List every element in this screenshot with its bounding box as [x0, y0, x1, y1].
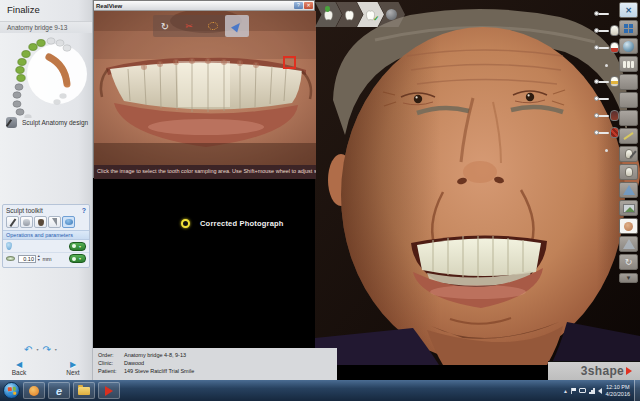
tooth-slider-row[interactable]: [596, 23, 618, 40]
model-photo-button[interactable]: [619, 200, 638, 216]
size-spinner[interactable]: 0.10 ▲▼ mm: [18, 255, 52, 263]
clinic-value: Dawood: [124, 359, 144, 367]
realview-close-button[interactable]: ✕: [304, 2, 313, 9]
mesh-view-button[interactable]: [619, 236, 638, 252]
taskbar-clock[interactable]: 12:10 PM 4/20/2016: [606, 384, 630, 398]
tooth-color-sampling-box[interactable]: [283, 56, 296, 69]
taskbar-dental-app-button[interactable]: [98, 382, 120, 399]
wax-drop-tool-button[interactable]: [34, 216, 47, 228]
sidebar-item-sculpt-anatomy-design[interactable]: Sculpt Anatomy design: [6, 117, 88, 128]
triangle-icon: [623, 239, 635, 249]
cut-tool-button[interactable]: ✂: [177, 15, 201, 37]
wax-drop-icon: [6, 242, 12, 250]
app-screen: Corrected Photograph RealView ? ✕: [0, 0, 640, 401]
display-icon[interactable]: [579, 388, 586, 393]
back-label: Back: [2, 369, 36, 376]
tray-expand-icon[interactable]: ▲: [563, 388, 568, 394]
chevron-down-icon: ▾: [79, 244, 81, 249]
spinner-arrows[interactable]: ▲▼: [37, 255, 40, 262]
toolkit-title: Sculpt toolkit: [6, 207, 82, 214]
next-button[interactable]: ▶ Next: [56, 360, 90, 376]
show-desktop-button[interactable]: [634, 380, 640, 401]
rotate-icon: ↻: [625, 257, 633, 267]
order-value: Anatomy bridge 4-8, 9-13: [124, 351, 186, 359]
tooth-slider-row[interactable]: [596, 40, 618, 57]
tooth-slider-row[interactable]: [596, 74, 618, 91]
rotate-view-button[interactable]: ↻: [619, 254, 638, 270]
rotate-tool-button[interactable]: ↻: [153, 15, 177, 37]
tooth-slider-row[interactable]: [596, 91, 618, 108]
toolbar-slot-button[interactable]: [619, 110, 638, 126]
logo-text: 3shape: [581, 364, 624, 378]
split-view-button[interactable]: [619, 20, 638, 36]
smooth-tool-button[interactable]: [62, 216, 75, 228]
export-sphere-icon: [386, 9, 397, 20]
size-unit-label: mm: [42, 256, 51, 262]
collapse-toolbar-button[interactable]: ▼: [619, 273, 638, 283]
volume-icon[interactable]: [598, 388, 602, 394]
tooth-warning-icon: [610, 42, 619, 53]
tooth-slider-row[interactable]: [596, 125, 618, 142]
globe-view-button[interactable]: [619, 38, 638, 54]
grid-dots-icon: [624, 24, 633, 33]
carve-tool-button[interactable]: [48, 216, 61, 228]
parameter-row: ▾: [3, 240, 89, 252]
taskbar-explorer-button[interactable]: [73, 382, 95, 399]
back-arrow-icon: ◀: [2, 360, 36, 369]
parameter-row: 0.10 ▲▼ mm ▾: [3, 252, 89, 264]
undo-redo-bar: ↶ ▾ ↷ ▾: [24, 344, 57, 355]
order-info-row: Order: Anatomy bridge 4-8, 9-13: [98, 351, 337, 359]
size-value-field[interactable]: 0.10: [18, 255, 36, 263]
undo-button[interactable]: ↶: [24, 344, 32, 355]
toolkit-help-link[interactable]: ?: [82, 207, 86, 214]
patient-photo-button[interactable]: [619, 218, 638, 234]
anatomy-tooth-icon: [343, 8, 356, 21]
approved-tooth-icon: ✓: [364, 8, 377, 21]
folder-icon: [78, 387, 90, 395]
redo-dropdown[interactable]: ▾: [55, 347, 57, 352]
prism-view-button[interactable]: [619, 182, 638, 198]
dental-app-icon: [105, 386, 113, 396]
exit-view-button[interactable]: ✕: [619, 2, 638, 18]
wax-add-tool-button[interactable]: [20, 216, 33, 228]
photo-option-row[interactable]: Corrected Photograph: [181, 217, 284, 229]
photo-option-label: Corrected Photograph: [200, 219, 284, 228]
smooth-disc-icon: [6, 256, 15, 261]
tooth-view-button[interactable]: [619, 164, 638, 180]
back-button[interactable]: ◀ Back: [2, 360, 36, 376]
apply-toggle-button[interactable]: ▾: [69, 254, 86, 263]
toolbar-slot-button[interactable]: [619, 92, 638, 108]
realview-help-button[interactable]: ?: [294, 2, 303, 9]
realview-title: RealView: [94, 3, 294, 9]
tooth-slider-row: [596, 142, 618, 159]
scalpel-tool-button[interactable]: [6, 216, 19, 228]
tooth-slider-row[interactable]: [596, 6, 618, 23]
start-button[interactable]: [3, 382, 20, 399]
realview-titlebar[interactable]: RealView ? ✕: [94, 1, 314, 11]
teeth-overview-button[interactable]: [619, 56, 638, 72]
patient-value: 149 Steve Ratcliff Trial Smile: [124, 367, 194, 375]
undo-dropdown[interactable]: ▾: [36, 347, 38, 352]
wax-tooth-icon: [23, 219, 30, 226]
face-icon: [624, 222, 633, 231]
measure-button[interactable]: [619, 128, 638, 144]
action-center-icon[interactable]: [571, 388, 576, 394]
toolbar-slot-button[interactable]: [619, 74, 638, 90]
dental-arch-diagram[interactable]: [7, 34, 87, 118]
sidebar-item-label: Sculpt Anatomy design: [22, 119, 88, 126]
sculpt-tooth-icon: [322, 8, 335, 21]
annotate-button[interactable]: [619, 146, 638, 162]
bridge-panel-header[interactable]: Anatomy bridge 9-13: [0, 21, 92, 33]
brush-tool-button[interactable]: [225, 15, 249, 37]
tooth-slider-row[interactable]: [596, 108, 618, 125]
wizard-sidebar: Finalize Anatomy bridge 9-13: [0, 0, 93, 380]
photo-option-bullet-icon[interactable]: [181, 219, 190, 228]
realview-window[interactable]: RealView ? ✕: [93, 0, 315, 178]
lasso-tool-button[interactable]: [201, 15, 225, 37]
taskbar-internet-explorer-button[interactable]: e: [48, 382, 70, 399]
taskbar-media-player-button[interactable]: [23, 382, 45, 399]
dot-icon: [605, 64, 608, 67]
redo-button[interactable]: ↷: [42, 344, 50, 355]
network-icon[interactable]: [589, 388, 595, 394]
apply-toggle-button[interactable]: ▾: [69, 242, 86, 251]
